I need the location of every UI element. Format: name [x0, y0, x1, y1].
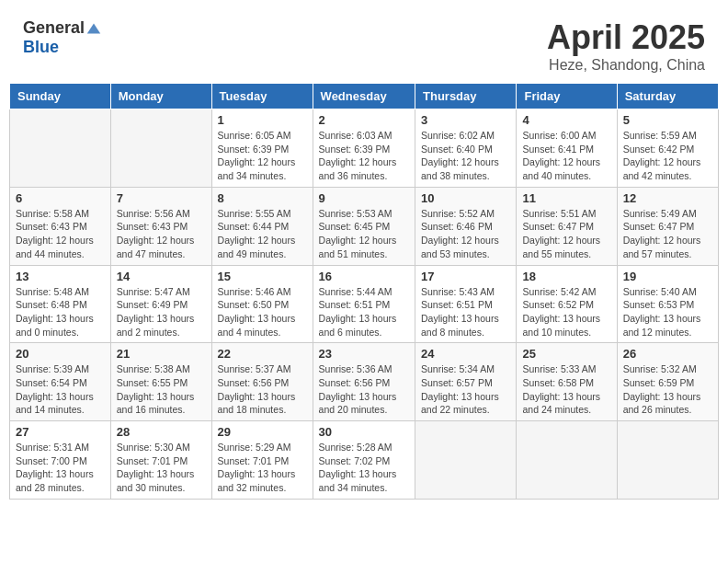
- logo-general-text: General: [23, 18, 85, 38]
- day-info: Sunrise: 5:53 AMSunset: 6:45 PMDaylight:…: [319, 207, 409, 261]
- day-number: 12: [623, 191, 712, 205]
- day-info: Sunrise: 5:29 AMSunset: 7:01 PMDaylight:…: [218, 441, 307, 495]
- calendar-cell-week1-day4: 2Sunrise: 6:03 AMSunset: 6:39 PMDaylight…: [313, 109, 415, 188]
- calendar-cell-week2-day6: 11Sunrise: 5:51 AMSunset: 6:47 PMDayligh…: [517, 187, 617, 265]
- header: General Blue April 2025 Heze, Shandong, …: [9, 9, 719, 78]
- day-number: 7: [117, 191, 206, 205]
- calendar-cell-week1-day2: [110, 109, 211, 188]
- day-number: 16: [319, 270, 409, 283]
- calendar-cell-week4-day3: 22Sunrise: 5:37 AMSunset: 6:56 PMDayligh…: [211, 343, 313, 421]
- calendar-cell-week1-day7: 5Sunrise: 5:59 AMSunset: 6:42 PMDaylight…: [617, 109, 718, 188]
- day-number: 14: [117, 270, 206, 283]
- calendar-cell-week4-day7: 26Sunrise: 5:32 AMSunset: 6:59 PMDayligh…: [617, 343, 718, 421]
- calendar-cell-week2-day3: 8Sunrise: 5:55 AMSunset: 6:44 PMDaylight…: [211, 187, 313, 265]
- day-info: Sunrise: 5:52 AMSunset: 6:46 PMDaylight:…: [421, 207, 510, 261]
- logo-icon: [85, 20, 102, 37]
- calendar-cell-week1-day5: 3Sunrise: 6:02 AMSunset: 6:40 PMDaylight…: [415, 109, 517, 188]
- day-number: 13: [16, 270, 105, 283]
- weekday-header-monday: Monday: [110, 84, 211, 109]
- calendar: SundayMondayTuesdayWednesdayThursdayFrid…: [9, 83, 719, 500]
- day-number: 18: [522, 270, 610, 283]
- day-info: Sunrise: 5:49 AMSunset: 6:47 PMDaylight:…: [623, 207, 712, 261]
- day-number: 15: [218, 270, 307, 283]
- week-row-4: 20Sunrise: 5:39 AMSunset: 6:54 PMDayligh…: [10, 343, 719, 421]
- calendar-cell-week1-day6: 4Sunrise: 6:00 AMSunset: 6:41 PMDaylight…: [517, 109, 617, 188]
- day-number: 17: [421, 270, 510, 283]
- day-info: Sunrise: 6:03 AMSunset: 6:39 PMDaylight:…: [319, 129, 409, 183]
- day-info: Sunrise: 6:05 AMSunset: 6:39 PMDaylight:…: [218, 129, 307, 183]
- weekday-header-friday: Friday: [517, 84, 617, 109]
- logo: General Blue: [23, 18, 102, 57]
- week-row-5: 27Sunrise: 5:31 AMSunset: 7:00 PMDayligh…: [10, 421, 719, 500]
- day-number: 21: [117, 347, 206, 361]
- day-info: Sunrise: 5:40 AMSunset: 6:53 PMDaylight:…: [623, 285, 712, 339]
- day-info: Sunrise: 5:47 AMSunset: 6:49 PMDaylight:…: [117, 285, 206, 339]
- calendar-cell-week5-day6: [517, 421, 617, 500]
- day-info: Sunrise: 5:43 AMSunset: 6:51 PMDaylight:…: [421, 285, 510, 339]
- calendar-cell-week5-day7: [617, 421, 718, 500]
- calendar-cell-week3-day2: 14Sunrise: 5:47 AMSunset: 6:49 PMDayligh…: [110, 265, 211, 343]
- day-info: Sunrise: 5:33 AMSunset: 6:58 PMDaylight:…: [522, 362, 610, 417]
- weekday-header-row: SundayMondayTuesdayWednesdayThursdayFrid…: [10, 84, 719, 109]
- day-number: 5: [623, 113, 712, 127]
- logo-blue-text: Blue: [23, 38, 59, 57]
- day-info: Sunrise: 5:38 AMSunset: 6:55 PMDaylight:…: [117, 362, 206, 417]
- day-number: 30: [319, 425, 409, 439]
- calendar-cell-week3-day3: 15Sunrise: 5:46 AMSunset: 6:50 PMDayligh…: [211, 265, 313, 343]
- calendar-cell-week1-day1: [10, 109, 111, 188]
- day-info: Sunrise: 5:34 AMSunset: 6:57 PMDaylight:…: [421, 362, 510, 417]
- calendar-cell-week2-day5: 10Sunrise: 5:52 AMSunset: 6:46 PMDayligh…: [415, 187, 517, 265]
- title-area: April 2025 Heze, Shandong, China: [547, 18, 705, 74]
- day-number: 3: [421, 113, 510, 127]
- day-number: 24: [421, 347, 510, 361]
- day-number: 1: [218, 113, 307, 127]
- day-info: Sunrise: 5:37 AMSunset: 6:56 PMDaylight:…: [218, 362, 307, 417]
- calendar-cell-week5-day2: 28Sunrise: 5:30 AMSunset: 7:01 PMDayligh…: [110, 421, 211, 500]
- day-info: Sunrise: 5:48 AMSunset: 6:48 PMDaylight:…: [16, 285, 105, 339]
- day-info: Sunrise: 5:39 AMSunset: 6:54 PMDaylight:…: [16, 362, 105, 417]
- day-info: Sunrise: 5:42 AMSunset: 6:52 PMDaylight:…: [522, 285, 610, 339]
- day-number: 10: [421, 191, 510, 205]
- calendar-cell-week3-day6: 18Sunrise: 5:42 AMSunset: 6:52 PMDayligh…: [517, 265, 617, 343]
- day-info: Sunrise: 5:36 AMSunset: 6:56 PMDaylight:…: [319, 362, 409, 417]
- calendar-cell-week5-day4: 30Sunrise: 5:28 AMSunset: 7:02 PMDayligh…: [313, 421, 415, 500]
- day-number: 29: [218, 425, 307, 439]
- day-number: 22: [218, 347, 307, 361]
- day-number: 9: [319, 191, 409, 205]
- day-info: Sunrise: 5:59 AMSunset: 6:42 PMDaylight:…: [623, 129, 712, 183]
- day-number: 6: [16, 191, 105, 205]
- calendar-cell-week3-day1: 13Sunrise: 5:48 AMSunset: 6:48 PMDayligh…: [10, 265, 111, 343]
- day-number: 2: [319, 113, 409, 127]
- day-number: 26: [623, 347, 712, 361]
- calendar-cell-week3-day5: 17Sunrise: 5:43 AMSunset: 6:51 PMDayligh…: [415, 265, 517, 343]
- weekday-header-tuesday: Tuesday: [211, 84, 313, 109]
- day-info: Sunrise: 5:56 AMSunset: 6:43 PMDaylight:…: [117, 207, 206, 261]
- day-info: Sunrise: 5:58 AMSunset: 6:43 PMDaylight:…: [16, 207, 105, 261]
- calendar-cell-week1-day3: 1Sunrise: 6:05 AMSunset: 6:39 PMDaylight…: [211, 109, 313, 188]
- day-info: Sunrise: 5:30 AMSunset: 7:01 PMDaylight:…: [117, 441, 206, 495]
- day-info: Sunrise: 5:31 AMSunset: 7:00 PMDaylight:…: [16, 441, 105, 495]
- week-row-2: 6Sunrise: 5:58 AMSunset: 6:43 PMDaylight…: [10, 187, 719, 265]
- day-number: 28: [117, 425, 206, 439]
- calendar-cell-week4-day4: 23Sunrise: 5:36 AMSunset: 6:56 PMDayligh…: [313, 343, 415, 421]
- day-info: Sunrise: 6:00 AMSunset: 6:41 PMDaylight:…: [522, 129, 610, 183]
- month-title: April 2025: [547, 18, 705, 57]
- day-number: 23: [319, 347, 409, 361]
- day-info: Sunrise: 6:02 AMSunset: 6:40 PMDaylight:…: [421, 129, 510, 183]
- day-number: 4: [522, 113, 610, 127]
- weekday-header-sunday: Sunday: [10, 84, 111, 109]
- week-row-1: 1Sunrise: 6:05 AMSunset: 6:39 PMDaylight…: [10, 109, 719, 188]
- day-number: 27: [16, 425, 105, 439]
- svg-marker-0: [87, 23, 100, 33]
- day-info: Sunrise: 5:46 AMSunset: 6:50 PMDaylight:…: [218, 285, 307, 339]
- day-number: 11: [522, 191, 610, 205]
- calendar-cell-week2-day2: 7Sunrise: 5:56 AMSunset: 6:43 PMDaylight…: [110, 187, 211, 265]
- calendar-cell-week2-day7: 12Sunrise: 5:49 AMSunset: 6:47 PMDayligh…: [617, 187, 718, 265]
- weekday-header-thursday: Thursday: [415, 84, 517, 109]
- calendar-cell-week3-day4: 16Sunrise: 5:44 AMSunset: 6:51 PMDayligh…: [313, 265, 415, 343]
- weekday-header-wednesday: Wednesday: [313, 84, 415, 109]
- calendar-cell-week4-day1: 20Sunrise: 5:39 AMSunset: 6:54 PMDayligh…: [10, 343, 111, 421]
- day-info: Sunrise: 5:55 AMSunset: 6:44 PMDaylight:…: [218, 207, 307, 261]
- calendar-cell-week4-day6: 25Sunrise: 5:33 AMSunset: 6:58 PMDayligh…: [517, 343, 617, 421]
- day-number: 8: [218, 191, 307, 205]
